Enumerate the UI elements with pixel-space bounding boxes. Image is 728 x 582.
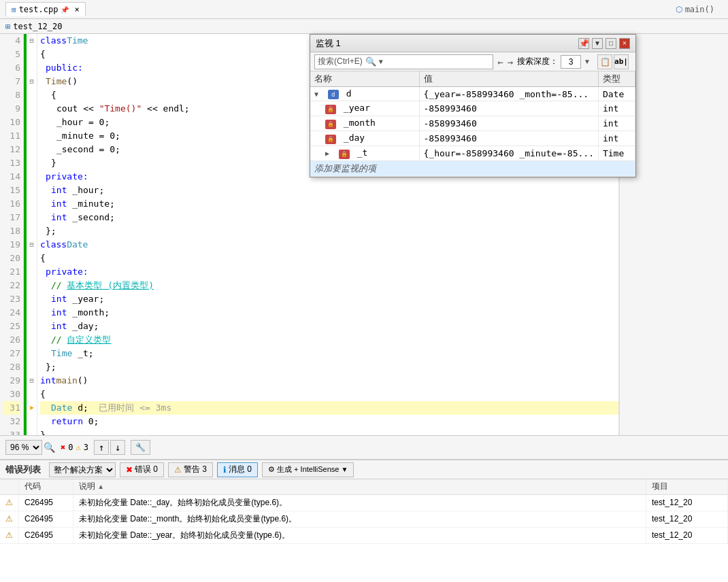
zoom-icon: 🔍 bbox=[44, 442, 55, 453]
build-filter-label: 生成 + IntelliSense bbox=[277, 464, 339, 475]
title-bar: ⊞ test.cpp 📌 × ⬡ main() bbox=[0, 0, 728, 19]
depth-input[interactable] bbox=[561, 55, 581, 69]
code-line: int main() bbox=[40, 374, 618, 388]
var-type: int bbox=[598, 116, 635, 131]
search-depth: 搜索深度： ▼ bbox=[517, 55, 591, 69]
nav-fwd-btn[interactable]: → bbox=[508, 56, 513, 67]
warn-count: 3 bbox=[84, 443, 88, 452]
add-watch-placeholder[interactable]: 添加要监视的项 bbox=[314, 163, 376, 173]
nav-btns: ↑ ↓ bbox=[94, 440, 125, 455]
watch-row-month[interactable]: 🔒 _month -858993460 int bbox=[310, 116, 635, 131]
nav-back-btn[interactable]: ← bbox=[497, 56, 503, 67]
watch-table: 名称 值 类型 ▼ d d {_year=-858993460 _month=-… bbox=[310, 71, 635, 177]
warn-row-icon: ⚠ bbox=[5, 498, 13, 507]
error-filter: 整个解决方案 ✖ 错误 0 ⚠ 警告 3 ℹ 消息 0 ⚙ 生成 + Intel… bbox=[49, 462, 354, 477]
code-line: int _day; bbox=[40, 320, 618, 333]
tab-pin[interactable]: 📌 bbox=[61, 6, 69, 14]
build-btn[interactable]: 🔧 bbox=[131, 440, 150, 455]
code-line: // 基本类型 (内置类型) bbox=[40, 279, 618, 292]
filepath-icon: ⊞ bbox=[5, 22, 10, 31]
var-value: -858993460 bbox=[419, 101, 598, 116]
code-line-highlighted: Date d; 已用时间 <= 3ms bbox=[40, 401, 618, 415]
collapse-gutter[interactable]: ⊟ ⊟ ⊟ bbox=[27, 34, 37, 435]
bottom-toolbar: 96 % 🔍 ✖ 0 ⚠ 3 ↑ ↓ 🔧 bbox=[0, 435, 728, 460]
error-code: C26495 bbox=[19, 511, 73, 527]
watch-title-controls: 📌 ▼ □ × bbox=[578, 38, 630, 49]
watch-row-year[interactable]: 🔒 _year -858993460 int bbox=[310, 101, 635, 116]
add-watch-btn[interactable]: 📋 bbox=[597, 54, 612, 69]
watch-add-row[interactable]: 添加要监视的项 bbox=[310, 161, 635, 177]
warn-icon: ⚠ bbox=[76, 443, 80, 452]
var-icon-year: 🔒 bbox=[325, 105, 336, 114]
var-name: _year bbox=[344, 103, 370, 113]
watch-row-d[interactable]: ▼ d d {_year=-858993460 _month=-85... Da… bbox=[310, 87, 635, 101]
code-line: private: bbox=[40, 265, 618, 279]
var-icon-t: 🔒 bbox=[339, 150, 350, 159]
depth-dropdown[interactable]: ▼ bbox=[584, 58, 591, 65]
var-name: d bbox=[346, 88, 352, 99]
watch-minimize-btn[interactable]: ▼ bbox=[592, 38, 603, 49]
error-filter-icon: ✖ bbox=[126, 465, 133, 475]
watch-row-t[interactable]: ▶ 🔒 _t {_hour=-858993460 _minute=-85... … bbox=[310, 146, 635, 161]
editor-area: 4 5 6 7 8 9 10 11 12 13 14 15 16 17 18 1… bbox=[0, 34, 728, 435]
filter-error-btn[interactable]: ✖ 错误 0 bbox=[120, 462, 164, 477]
zoom-select[interactable]: 96 % bbox=[5, 440, 42, 455]
error-filter-label: 错误 0 bbox=[135, 464, 158, 475]
var-value: {_year=-858993460 _month=-85... bbox=[419, 87, 598, 101]
error-row[interactable]: ⚠ C26495 未初始化变量 Date::_day。始终初始化成员变量(typ… bbox=[0, 494, 728, 511]
code-line: { bbox=[40, 388, 618, 401]
error-table: 代码 说明 ▲ 项目 ⚠ C26495 未初始化变量 Date::_day。始终… bbox=[0, 479, 728, 544]
error-row[interactable]: ⚠ C26495 未初始化变量 Date::_year。始终初始化成员变量(ty… bbox=[0, 527, 728, 543]
error-status: ✖ 0 ⚠ 3 bbox=[61, 443, 88, 452]
var-name: _month bbox=[344, 118, 376, 128]
var-type: int bbox=[598, 101, 635, 116]
filepath-label: test_12_20 bbox=[13, 22, 62, 31]
search-input-wrap[interactable]: 搜索(Ctrl+E) 🔍 ▼ bbox=[314, 54, 493, 69]
error-desc: 未初始化变量 Date::_year。始终初始化成员变量(type.6)。 bbox=[73, 527, 646, 543]
tab-close[interactable]: × bbox=[74, 5, 79, 14]
error-list: 错误列表 整个解决方案 ✖ 错误 0 ⚠ 警告 3 ℹ 消息 0 ⚙ 生成 + … bbox=[0, 460, 728, 582]
build-dropdown-icon[interactable]: ▼ bbox=[341, 466, 348, 473]
var-value: -858993460 bbox=[419, 131, 598, 146]
error-project: test_12_20 bbox=[646, 511, 728, 527]
edit-watch-btn[interactable]: ab| bbox=[614, 54, 629, 69]
filter-warn-btn[interactable]: ⚠ 警告 3 bbox=[168, 462, 213, 477]
expand-icon[interactable]: ▼ bbox=[314, 90, 322, 98]
file-tab[interactable]: ⊞ test.cpp 📌 × bbox=[5, 2, 86, 16]
sort-icon[interactable]: ▲ bbox=[97, 483, 104, 490]
watch-close-btn[interactable]: × bbox=[619, 38, 630, 49]
watch-restore-btn[interactable]: □ bbox=[606, 38, 616, 49]
code-line: int _second; bbox=[40, 211, 618, 224]
code-line: }; bbox=[40, 224, 618, 238]
error-project: test_12_20 bbox=[646, 494, 728, 511]
var-type: Time bbox=[598, 146, 635, 161]
filter-build-btn[interactable]: ⚙ 生成 + IntelliSense ▼ bbox=[262, 462, 354, 477]
file-tab-label: test.cpp bbox=[19, 5, 59, 14]
filter-info-btn[interactable]: ℹ 消息 0 bbox=[217, 462, 258, 477]
expand-icon-t[interactable]: ▶ bbox=[325, 150, 333, 157]
watch-title-bar: 监视 1 📌 ▼ □ × bbox=[310, 35, 635, 52]
watch-row-day[interactable]: 🔒 _day -858993460 int bbox=[310, 131, 635, 146]
code-line: { bbox=[40, 252, 618, 265]
var-icon-day: 🔒 bbox=[325, 135, 336, 144]
error-count: 0 bbox=[68, 443, 73, 452]
col-value: 值 bbox=[419, 71, 598, 87]
error-desc: 未初始化变量 Date::_month。始终初始化成员变量(type.6)。 bbox=[73, 511, 646, 527]
file-tab-icon: ⊞ bbox=[12, 5, 16, 14]
nav-down-btn[interactable]: ↓ bbox=[110, 440, 125, 455]
search-dropdown-icon[interactable]: ▼ bbox=[379, 58, 383, 65]
filter-select[interactable]: 整个解决方案 bbox=[49, 462, 116, 477]
zoom-control: 96 % 🔍 bbox=[5, 440, 55, 455]
nav-up-btn[interactable]: ↑ bbox=[94, 440, 109, 455]
error-row[interactable]: ⚠ C26495 未初始化变量 Date::_month。始终初始化成员变量(t… bbox=[0, 511, 728, 527]
col-name: 名称 bbox=[310, 71, 419, 87]
error-project: test_12_20 bbox=[646, 527, 728, 543]
watch-window: 监视 1 📌 ▼ □ × 搜索(Ctrl+E) 🔍 ▼ ← → 搜索深度： ▼ bbox=[310, 34, 636, 177]
watch-search-bar: 搜索(Ctrl+E) 🔍 ▼ ← → 搜索深度： ▼ 📋 ab| bbox=[310, 52, 635, 71]
watch-toolbar: 📋 ab| bbox=[595, 54, 631, 69]
filepath-bar: ⊞ test_12_20 bbox=[0, 19, 728, 34]
error-list-header: 错误列表 整个解决方案 ✖ 错误 0 ⚠ 警告 3 ℹ 消息 0 ⚙ 生成 + … bbox=[0, 460, 728, 479]
watch-pin-btn[interactable]: 📌 bbox=[578, 38, 589, 49]
col-type: 类型 bbox=[598, 71, 635, 87]
var-value: -858993460 bbox=[419, 116, 598, 131]
